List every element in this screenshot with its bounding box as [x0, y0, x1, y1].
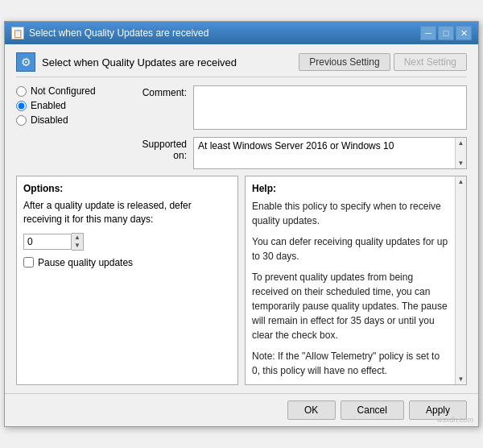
spinner-down-button[interactable]: ▼	[72, 242, 83, 250]
help-scroll-up-icon[interactable]: ▲	[458, 178, 464, 185]
header-section: ⚙ Select when Quality Updates are receiv…	[16, 52, 467, 77]
pause-checkbox-input[interactable]	[23, 257, 34, 268]
radio-enabled[interactable]: Enabled	[16, 100, 121, 111]
comment-textarea[interactable]	[193, 85, 467, 130]
next-setting-button[interactable]: Next Setting	[394, 53, 467, 71]
number-input-wrap: ▲ ▼	[23, 233, 231, 251]
title-bar-controls: ─ □ ✕	[420, 26, 472, 40]
options-column: Options: After a quality update is relea…	[16, 176, 238, 385]
close-button[interactable]: ✕	[456, 26, 472, 40]
radio-enabled-label: Enabled	[31, 100, 66, 111]
pause-label: Pause quality updates	[38, 257, 133, 268]
window-title: Select when Quality Updates are received	[29, 27, 208, 39]
radio-disabled-label: Disabled	[31, 114, 68, 126]
minimize-button[interactable]: ─	[420, 26, 436, 40]
title-bar-left: 📋 Select when Quality Updates are receiv…	[11, 27, 208, 39]
right-settings: Comment: Supported on: At least Windows …	[129, 85, 467, 169]
two-columns: Options: After a quality update is relea…	[16, 176, 467, 385]
watermark: wsxdn.com	[437, 416, 473, 424]
supported-scrollbar: ▲ ▼	[455, 138, 466, 168]
ok-button[interactable]: OK	[287, 400, 336, 420]
pause-checkbox-label[interactable]: Pause quality updates	[23, 257, 231, 268]
scroll-up-icon[interactable]: ▲	[458, 139, 464, 147]
footer: OK Cancel Apply wsxdn.com	[5, 393, 478, 426]
title-bar: 📋 Select when Quality Updates are receiv…	[5, 22, 478, 44]
scroll-down-icon[interactable]: ▼	[458, 160, 464, 167]
supported-value: At least Windows Server 2016 or Windows …	[198, 140, 394, 151]
supported-row: Supported on: At least Windows Server 20…	[129, 137, 467, 169]
help-label: Help:	[252, 183, 460, 194]
cancel-button[interactable]: Cancel	[341, 400, 404, 420]
radio-disabled-input[interactable]	[16, 115, 27, 126]
comment-label: Comment:	[129, 87, 193, 98]
window-icon: 📋	[11, 27, 24, 39]
config-area: Not Configured Enabled Disabled Comment:	[16, 85, 467, 169]
policy-icon: ⚙	[16, 52, 35, 72]
spinner-buttons: ▲ ▼	[72, 233, 84, 251]
radio-enabled-input[interactable]	[16, 101, 27, 111]
help-paragraph-0: Enable this policy to specify when to re…	[252, 199, 448, 228]
supported-value-wrap: At least Windows Server 2016 or Windows …	[193, 137, 467, 169]
comment-input-wrap	[193, 85, 467, 132]
radio-section: Not Configured Enabled Disabled	[16, 85, 129, 163]
days-input[interactable]	[23, 234, 72, 250]
options-area: After a quality update is released, defe…	[23, 199, 231, 268]
help-scroll-down-icon[interactable]: ▼	[458, 375, 464, 383]
options-label: Options:	[23, 183, 231, 194]
dialog-content: ⚙ Select when Quality Updates are receiv…	[5, 44, 478, 393]
radio-not-configured-input[interactable]	[16, 86, 27, 97]
header-title: ⚙ Select when Quality Updates are receiv…	[16, 52, 237, 72]
radio-disabled[interactable]: Disabled	[16, 114, 121, 126]
help-paragraph-2: To prevent quality updates from being re…	[252, 270, 448, 342]
radio-not-configured[interactable]: Not Configured	[16, 85, 121, 97]
main-window: 📋 Select when Quality Updates are receiv…	[4, 21, 479, 427]
previous-setting-button[interactable]: Previous Setting	[299, 53, 390, 71]
help-column: Help: Enable this policy to specify when…	[245, 176, 467, 385]
header-title-text: Select when Quality Updates are received	[42, 56, 237, 68]
spinner-up-button[interactable]: ▲	[72, 234, 83, 242]
header-buttons: Previous Setting Next Setting	[299, 53, 467, 71]
maximize-button[interactable]: □	[438, 26, 454, 40]
help-paragraph-1: You can defer receiving quality updates …	[252, 234, 448, 263]
help-scrollbar: ▲ ▼	[455, 176, 466, 384]
supported-label: Supported on:	[129, 139, 193, 161]
comment-row: Comment:	[129, 85, 467, 132]
radio-not-configured-label: Not Configured	[31, 85, 96, 97]
help-paragraph-3: Note: If the "Allow Telemetry" policy is…	[252, 349, 448, 378]
option-description: After a quality update is released, defe…	[23, 199, 231, 226]
help-text: Enable this policy to specify when to re…	[252, 199, 460, 378]
supported-box: At least Windows Server 2016 or Windows …	[193, 137, 467, 169]
